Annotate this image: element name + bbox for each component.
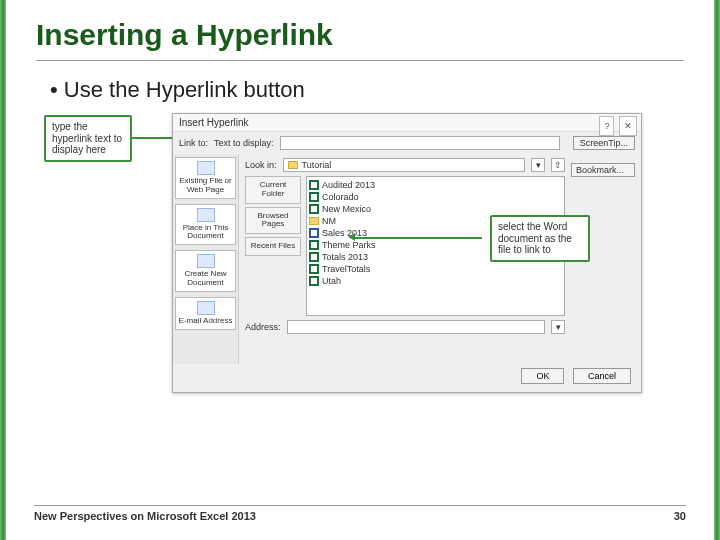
bookmark-button[interactable]: Bookmark... xyxy=(571,163,635,177)
list-item: Utah xyxy=(309,275,562,287)
look-in-value: Tutorial xyxy=(302,160,332,170)
excel-icon xyxy=(309,240,319,250)
list-item: TravelTotals xyxy=(309,263,562,275)
excel-icon xyxy=(309,264,319,274)
address-label: Address: xyxy=(245,322,281,332)
dropdown-icon[interactable]: ▾ xyxy=(531,158,545,172)
address-input[interactable] xyxy=(287,320,545,334)
screentip-button[interactable]: ScreenTip... xyxy=(573,136,635,150)
list-item: New Mexico xyxy=(309,203,562,215)
address-dropdown-icon[interactable]: ▾ xyxy=(551,320,565,334)
email-icon xyxy=(197,301,215,315)
globe-page-icon xyxy=(197,161,215,175)
page-number: 30 xyxy=(674,510,686,522)
bullet-text: Use the Hyperlink button xyxy=(50,77,684,103)
ok-button[interactable]: OK xyxy=(521,368,564,384)
text-to-display-input[interactable] xyxy=(280,136,560,150)
list-item: Colorado xyxy=(309,191,562,203)
new-doc-icon xyxy=(197,254,215,268)
dialog-title: Insert Hyperlink xyxy=(179,117,248,128)
callout-connector xyxy=(354,237,482,239)
excel-icon xyxy=(309,276,319,286)
link-to-create-new[interactable]: Create New Document xyxy=(175,250,236,292)
excel-icon xyxy=(309,204,319,214)
excel-icon xyxy=(309,180,319,190)
link-to-existing-file[interactable]: Existing File or Web Page xyxy=(175,157,236,199)
list-item: Audited 2013 xyxy=(309,179,562,191)
tab-recent-files[interactable]: Recent Files xyxy=(245,237,301,256)
window-controls: ? ✕ xyxy=(597,116,637,136)
link-to-email[interactable]: E-mail Address xyxy=(175,297,236,330)
up-folder-icon[interactable]: ⇧ xyxy=(551,158,565,172)
folder-icon xyxy=(309,217,319,225)
word-icon xyxy=(309,228,319,238)
excel-icon xyxy=(309,192,319,202)
callout-select-word-doc: select the Word document as the file to … xyxy=(490,215,590,262)
callout-text-to-display: type the hyperlink text to display here xyxy=(44,115,132,162)
folder-icon xyxy=(288,161,298,169)
tab-current-folder[interactable]: Current Folder xyxy=(245,176,301,204)
slide-title: Inserting a Hyperlink xyxy=(36,18,684,52)
slide-footer: New Perspectives on Microsoft Excel 2013… xyxy=(0,505,720,522)
screenshot-container: type the hyperlink text to display here … xyxy=(126,121,656,411)
link-to-place-in-doc[interactable]: Place in This Document xyxy=(175,204,236,246)
link-to-label: Link to: xyxy=(179,138,208,148)
close-icon[interactable]: ✕ xyxy=(619,116,637,136)
footer-left: New Perspectives on Microsoft Excel 2013 xyxy=(34,510,256,522)
help-icon[interactable]: ? xyxy=(599,116,614,136)
dialog-titlebar: Insert Hyperlink ? ✕ xyxy=(173,114,641,132)
excel-icon xyxy=(309,252,319,262)
footer-rule xyxy=(34,505,686,506)
tab-browsed-pages[interactable]: Browsed Pages xyxy=(245,207,301,235)
look-in-dropdown[interactable]: Tutorial xyxy=(283,158,525,172)
look-in-label: Look in: xyxy=(245,160,277,170)
document-icon xyxy=(197,208,215,222)
cancel-button[interactable]: Cancel xyxy=(573,368,631,384)
nav-tabs: Current Folder Browsed Pages Recent File… xyxy=(245,176,301,256)
link-to-panel: Existing File or Web Page Place in This … xyxy=(173,154,239,364)
arrow-icon xyxy=(348,233,355,241)
text-to-display-label: Text to display: xyxy=(214,138,274,148)
title-rule xyxy=(36,60,684,61)
